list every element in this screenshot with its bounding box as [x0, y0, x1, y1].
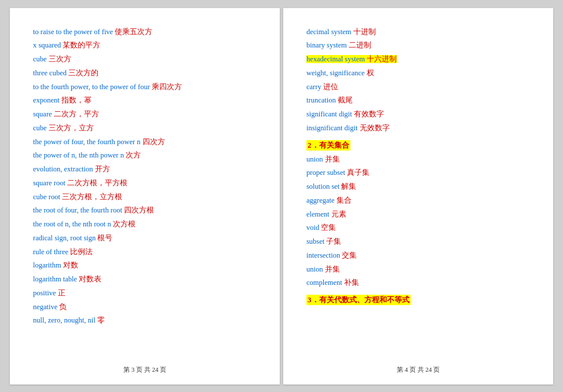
- page-4-content: decimal system 十进制binary system 二进制hexad…: [306, 25, 530, 308]
- list-item: void 空集: [306, 221, 530, 235]
- list-item: binary system 二进制: [306, 39, 530, 53]
- list-item: null, zero, nought, nil 零: [33, 314, 257, 328]
- list-item: union 并集: [306, 153, 530, 167]
- list-item: logarithm 对数: [33, 259, 257, 273]
- list-item: complement 补集: [306, 276, 530, 290]
- list-item: the root of four, the fourth root 四次方根: [33, 204, 257, 218]
- page-4-footer: 第 4 页 共 24 页: [306, 365, 530, 374]
- list-item: cube root 三次方根，立方根: [33, 190, 257, 204]
- list-item: three cubed 三次方的: [33, 67, 257, 80]
- list-item: negative 负: [33, 301, 257, 314]
- list-item: hexadecimal system 十六进制: [306, 53, 530, 67]
- list-item: carry 进位: [306, 80, 530, 94]
- list-item: logarithm table 对数表: [33, 273, 257, 287]
- section-heading-3: 3．有关代数式、方程和不等式: [306, 290, 530, 307]
- page-3: to raise to the power of five 使乘五次方x squ…: [10, 8, 280, 384]
- list-item: to raise to the power of five 使乘五次方: [33, 25, 257, 39]
- list-item: the power of n, the nth power n 次方: [33, 149, 257, 163]
- list-item: radical sign, root sign 根号: [33, 232, 257, 246]
- page-3-content: to raise to the power of five 使乘五次方x squ…: [33, 25, 257, 328]
- page-4: decimal system 十进制binary system 二进制hexad…: [283, 8, 553, 384]
- list-item: positive 正: [33, 287, 257, 301]
- pages-container: to raise to the power of five 使乘五次方x squ…: [10, 8, 553, 384]
- list-item: to the fourth power, to the power of fou…: [33, 80, 257, 94]
- list-item: proper subset 真子集: [306, 166, 530, 180]
- list-item: cube 三次方，立方: [33, 122, 257, 135]
- list-item: decimal system 十进制: [306, 25, 530, 39]
- list-item: union 并集: [306, 263, 530, 277]
- list-item: rule of three 比例法: [33, 246, 257, 259]
- list-item: exponent 指数，幂: [33, 94, 257, 108]
- list-item: element 元素: [306, 208, 530, 222]
- list-item: truncation 截尾: [306, 94, 530, 108]
- section-heading: 2．有关集合: [306, 135, 530, 153]
- list-item: subset 子集: [306, 235, 530, 249]
- list-item: evolution, extraction 开方: [33, 163, 257, 177]
- list-item: cube 三次方: [33, 53, 257, 67]
- list-item: insignificant digit 无效数字: [306, 122, 530, 135]
- list-item: significant digit 有效数字: [306, 108, 530, 122]
- page-3-footer: 第 3 页 共 24 页: [33, 365, 257, 374]
- list-item: the power of four, the fourth power n 四次…: [33, 135, 257, 149]
- list-item: square root 二次方根，平方根: [33, 177, 257, 190]
- list-item: square 二次方，平方: [33, 108, 257, 122]
- list-item: aggregate 集合: [306, 194, 530, 208]
- list-item: x squared 某数的平方: [33, 39, 257, 53]
- list-item: intersection 交集: [306, 249, 530, 263]
- list-item: weight, significance 权: [306, 67, 530, 80]
- list-item: solution set 解集: [306, 180, 530, 194]
- list-item: the root of n, the nth root n 次方根: [33, 218, 257, 232]
